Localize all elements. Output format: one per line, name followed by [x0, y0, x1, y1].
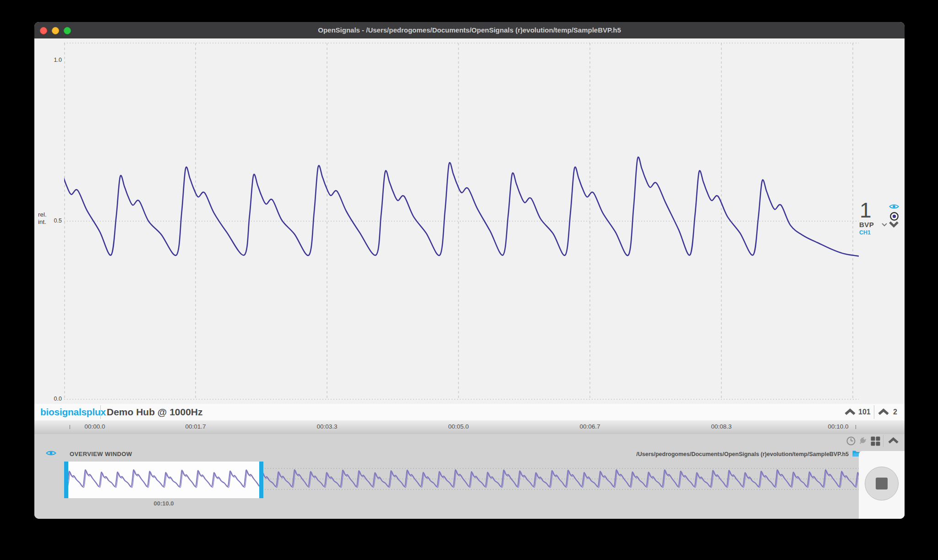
- selection-right-handle[interactable]: [259, 462, 263, 498]
- bvp-signal-trace: [64, 157, 859, 259]
- pager-count-2: 2: [893, 404, 897, 420]
- clock-icon[interactable]: [846, 436, 856, 446]
- loaded-file-path: /Users/pedrogomes/Documents/OpenSignals …: [636, 451, 849, 457]
- x-tick-3: 00:05.0: [438, 423, 479, 430]
- device-name: Demo Hub @ 1000Hz: [107, 404, 203, 420]
- app-window: OpenSignals - /Users/pedrogomes/Document…: [34, 22, 905, 519]
- divider: [883, 435, 883, 447]
- channel-name-label: CH1: [859, 229, 871, 236]
- device-bar: biosignalsplux Demo Hub @ 1000Hz 101 2: [34, 404, 905, 421]
- channel-chevron-down-icon[interactable]: [889, 221, 899, 228]
- channel-chevron-down-small-icon[interactable]: [881, 223, 888, 227]
- overview-visibility-eye-icon[interactable]: [46, 450, 56, 457]
- channel-pager-up-icon[interactable]: [844, 408, 856, 416]
- x-tick-2: 00:03.3: [306, 423, 348, 430]
- bvp-waveform-plot[interactable]: [64, 38, 859, 404]
- grid-layout-icon[interactable]: [871, 436, 880, 446]
- stop-button[interactable]: [865, 467, 899, 500]
- collapse-panel-chevron-up-icon[interactable]: [888, 437, 899, 444]
- bvp-waveform-svg: [64, 38, 859, 404]
- time-tick: [70, 425, 70, 429]
- pager-count-1: 101: [858, 404, 871, 420]
- page-up-icon[interactable]: [878, 408, 889, 416]
- x-tick-5: 00:08.3: [701, 423, 742, 430]
- selection-left-handle[interactable]: [64, 462, 68, 498]
- plug-icon[interactable]: [857, 436, 867, 446]
- x-tick-4: 00:06.7: [569, 423, 611, 430]
- overview-strip[interactable]: [64, 462, 859, 498]
- y-tick-0: 0.0: [46, 396, 62, 402]
- x-tick-0: 00:00.0: [74, 423, 115, 430]
- divider: [100, 405, 101, 419]
- acquisition-control-card: [859, 451, 905, 519]
- time-axis-strip[interactable]: 00:00.0 00:01.7 00:03.3 00:05.0 00:06.7 …: [34, 420, 905, 434]
- channel-select-radio-icon[interactable]: [889, 212, 899, 221]
- divider: [874, 405, 874, 419]
- overview-section: OVERVIEW WINDOW /Users/pedrogomes/Docume…: [34, 434, 905, 519]
- time-tick: [856, 425, 856, 429]
- window-title: OpenSignals - /Users/pedrogomes/Document…: [34, 22, 905, 38]
- channel-type-label: BVP: [859, 221, 874, 228]
- y-tick-1: 1.0: [46, 57, 62, 63]
- y-tick-05: 0.5: [46, 217, 62, 224]
- stop-icon: [876, 478, 888, 489]
- overview-window-label: OVERVIEW WINDOW: [70, 451, 132, 457]
- x-tick-1: 00:01.7: [175, 423, 216, 430]
- biosignalsplux-logo: biosignalsplux: [40, 404, 106, 420]
- y-axis-label: rel. int.: [38, 211, 47, 226]
- window-titlebar: OpenSignals - /Users/pedrogomes/Document…: [34, 22, 905, 38]
- x-tick-6: 00:10.0: [818, 423, 859, 430]
- selection-duration-label: 00:10.0: [64, 500, 263, 507]
- channel-visibility-eye-icon[interactable]: [889, 203, 899, 210]
- channel-number: 1: [860, 200, 872, 221]
